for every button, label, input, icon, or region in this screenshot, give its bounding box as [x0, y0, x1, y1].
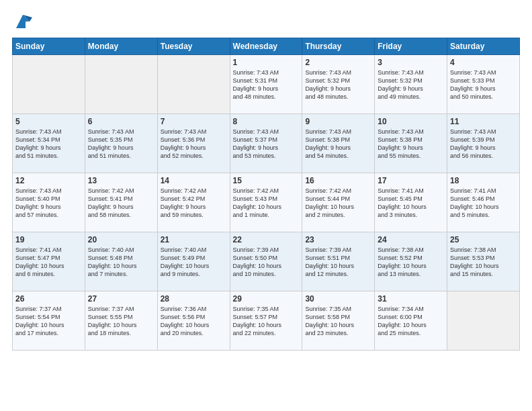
day-number: 4: [450, 58, 517, 67]
calendar-cell: 26Sunrise: 7:37 AM Sunset: 5:54 PM Dayli…: [13, 291, 85, 351]
day-info: Sunrise: 7:34 AM Sunset: 6:00 PM Dayligh…: [378, 305, 444, 338]
day-number: 13: [88, 176, 154, 185]
day-info: Sunrise: 7:40 AM Sunset: 5:48 PM Dayligh…: [88, 246, 154, 279]
calendar-week-row: 19Sunrise: 7:41 AM Sunset: 5:47 PM Dayli…: [13, 232, 520, 291]
day-number: 2: [305, 58, 371, 67]
day-info: Sunrise: 7:43 AM Sunset: 5:38 PM Dayligh…: [305, 128, 371, 161]
calendar-cell: 17Sunrise: 7:41 AM Sunset: 5:45 PM Dayli…: [375, 173, 447, 232]
day-number: 17: [378, 176, 444, 185]
calendar-cell: 2Sunrise: 7:43 AM Sunset: 5:32 PM Daylig…: [302, 55, 375, 114]
calendar-cell: 1Sunrise: 7:43 AM Sunset: 5:31 PM Daylig…: [230, 55, 302, 114]
calendar-cell: 11Sunrise: 7:43 AM Sunset: 5:39 PM Dayli…: [447, 114, 520, 173]
day-number: 12: [15, 176, 82, 185]
calendar-cell: 25Sunrise: 7:38 AM Sunset: 5:53 PM Dayli…: [447, 232, 520, 291]
calendar-cell: 22Sunrise: 7:39 AM Sunset: 5:50 PM Dayli…: [230, 232, 302, 291]
calendar-cell: 4Sunrise: 7:43 AM Sunset: 5:33 PM Daylig…: [447, 55, 520, 114]
day-info: Sunrise: 7:36 AM Sunset: 5:56 PM Dayligh…: [161, 305, 227, 338]
day-header-sunday: Sunday: [13, 38, 85, 55]
calendar-cell: 24Sunrise: 7:38 AM Sunset: 5:52 PM Dayli…: [375, 232, 447, 291]
day-info: Sunrise: 7:42 AM Sunset: 5:42 PM Dayligh…: [161, 187, 227, 220]
calendar-table: SundayMondayTuesdayWednesdayThursdayFrid…: [12, 38, 520, 351]
day-number: 30: [305, 294, 371, 304]
day-header-thursday: Thursday: [302, 38, 375, 55]
day-header-wednesday: Wednesday: [230, 38, 302, 55]
day-info: Sunrise: 7:43 AM Sunset: 5:36 PM Dayligh…: [161, 128, 227, 161]
calendar-week-row: 5Sunrise: 7:43 AM Sunset: 5:34 PM Daylig…: [13, 114, 520, 173]
calendar-week-row: 1Sunrise: 7:43 AM Sunset: 5:31 PM Daylig…: [13, 55, 520, 114]
day-number: 14: [161, 176, 227, 185]
day-info: Sunrise: 7:41 AM Sunset: 5:45 PM Dayligh…: [378, 187, 444, 220]
day-info: Sunrise: 7:41 AM Sunset: 5:46 PM Dayligh…: [450, 187, 517, 220]
day-info: Sunrise: 7:35 AM Sunset: 5:58 PM Dayligh…: [305, 305, 371, 338]
calendar-cell: 3Sunrise: 7:43 AM Sunset: 5:32 PM Daylig…: [375, 55, 447, 114]
calendar-cell: 29Sunrise: 7:35 AM Sunset: 5:57 PM Dayli…: [230, 291, 302, 351]
day-number: 24: [378, 235, 444, 244]
calendar-cell: 16Sunrise: 7:42 AM Sunset: 5:44 PM Dayli…: [302, 173, 375, 232]
day-number: 18: [450, 176, 517, 185]
day-info: Sunrise: 7:41 AM Sunset: 5:47 PM Dayligh…: [15, 246, 82, 279]
day-number: 5: [15, 117, 82, 126]
day-info: Sunrise: 7:42 AM Sunset: 5:43 PM Dayligh…: [233, 187, 300, 220]
day-number: 19: [15, 235, 82, 244]
day-number: 3: [378, 58, 444, 67]
day-number: 28: [161, 294, 227, 304]
day-info: Sunrise: 7:38 AM Sunset: 5:53 PM Dayligh…: [450, 246, 517, 279]
calendar-cell: 9Sunrise: 7:43 AM Sunset: 5:38 PM Daylig…: [302, 114, 375, 173]
day-number: 27: [88, 294, 154, 304]
calendar-cell: 14Sunrise: 7:42 AM Sunset: 5:42 PM Dayli…: [157, 173, 230, 232]
calendar-cell: 30Sunrise: 7:35 AM Sunset: 5:58 PM Dayli…: [302, 291, 375, 351]
calendar-week-row: 26Sunrise: 7:37 AM Sunset: 5:54 PM Dayli…: [13, 291, 520, 351]
header: [12, 12, 520, 31]
day-number: 9: [305, 117, 371, 126]
calendar-cell: [13, 55, 85, 114]
day-info: Sunrise: 7:43 AM Sunset: 5:35 PM Dayligh…: [88, 128, 154, 161]
day-number: 10: [378, 117, 444, 126]
logo-area: [12, 12, 32, 31]
day-number: 22: [233, 235, 300, 244]
calendar-cell: 21Sunrise: 7:40 AM Sunset: 5:49 PM Dayli…: [157, 232, 230, 291]
day-number: 29: [233, 294, 300, 304]
day-info: Sunrise: 7:40 AM Sunset: 5:49 PM Dayligh…: [161, 246, 227, 279]
day-number: 1: [233, 58, 300, 67]
day-info: Sunrise: 7:43 AM Sunset: 5:39 PM Dayligh…: [450, 128, 517, 161]
day-header-friday: Friday: [375, 38, 447, 55]
calendar-cell: [157, 55, 230, 114]
calendar-cell: 28Sunrise: 7:36 AM Sunset: 5:56 PM Dayli…: [157, 291, 230, 351]
day-info: Sunrise: 7:39 AM Sunset: 5:50 PM Dayligh…: [233, 246, 300, 279]
calendar-cell: 18Sunrise: 7:41 AM Sunset: 5:46 PM Dayli…: [447, 173, 520, 232]
calendar-header-row: SundayMondayTuesdayWednesdayThursdayFrid…: [13, 38, 520, 55]
calendar-page: SundayMondayTuesdayWednesdayThursdayFrid…: [0, 0, 532, 411]
day-info: Sunrise: 7:43 AM Sunset: 5:32 PM Dayligh…: [305, 68, 371, 101]
day-number: 31: [378, 294, 444, 304]
day-info: Sunrise: 7:35 AM Sunset: 5:57 PM Dayligh…: [233, 305, 300, 338]
day-number: 21: [161, 235, 227, 244]
day-number: 8: [233, 117, 300, 126]
day-number: 11: [450, 117, 517, 126]
calendar-cell: 20Sunrise: 7:40 AM Sunset: 5:48 PM Dayli…: [85, 232, 157, 291]
day-number: 20: [88, 235, 154, 244]
day-info: Sunrise: 7:43 AM Sunset: 5:32 PM Dayligh…: [378, 68, 444, 101]
day-info: Sunrise: 7:38 AM Sunset: 5:52 PM Dayligh…: [378, 246, 444, 279]
day-info: Sunrise: 7:37 AM Sunset: 5:55 PM Dayligh…: [88, 305, 154, 338]
day-number: 6: [88, 117, 154, 126]
calendar-cell: 8Sunrise: 7:43 AM Sunset: 5:37 PM Daylig…: [230, 114, 302, 173]
calendar-cell: 19Sunrise: 7:41 AM Sunset: 5:47 PM Dayli…: [13, 232, 85, 291]
calendar-cell: 7Sunrise: 7:43 AM Sunset: 5:36 PM Daylig…: [157, 114, 230, 173]
day-info: Sunrise: 7:43 AM Sunset: 5:38 PM Dayligh…: [378, 128, 444, 161]
calendar-cell: 27Sunrise: 7:37 AM Sunset: 5:55 PM Dayli…: [85, 291, 157, 351]
day-info: Sunrise: 7:37 AM Sunset: 5:54 PM Dayligh…: [15, 305, 82, 338]
day-number: 26: [15, 294, 82, 304]
day-info: Sunrise: 7:43 AM Sunset: 5:37 PM Dayligh…: [233, 128, 300, 161]
day-header-saturday: Saturday: [447, 38, 520, 55]
calendar-cell: [85, 55, 157, 114]
logo-icon: [13, 12, 32, 31]
calendar-cell: 31Sunrise: 7:34 AM Sunset: 6:00 PM Dayli…: [375, 291, 447, 351]
day-info: Sunrise: 7:43 AM Sunset: 5:33 PM Dayligh…: [450, 68, 517, 101]
calendar-cell: 12Sunrise: 7:43 AM Sunset: 5:40 PM Dayli…: [13, 173, 85, 232]
day-info: Sunrise: 7:43 AM Sunset: 5:34 PM Dayligh…: [15, 128, 82, 161]
day-info: Sunrise: 7:39 AM Sunset: 5:51 PM Dayligh…: [305, 246, 371, 279]
day-info: Sunrise: 7:42 AM Sunset: 5:41 PM Dayligh…: [88, 187, 154, 220]
calendar-cell: 13Sunrise: 7:42 AM Sunset: 5:41 PM Dayli…: [85, 173, 157, 232]
calendar-week-row: 12Sunrise: 7:43 AM Sunset: 5:40 PM Dayli…: [13, 173, 520, 232]
day-number: 15: [233, 176, 300, 185]
